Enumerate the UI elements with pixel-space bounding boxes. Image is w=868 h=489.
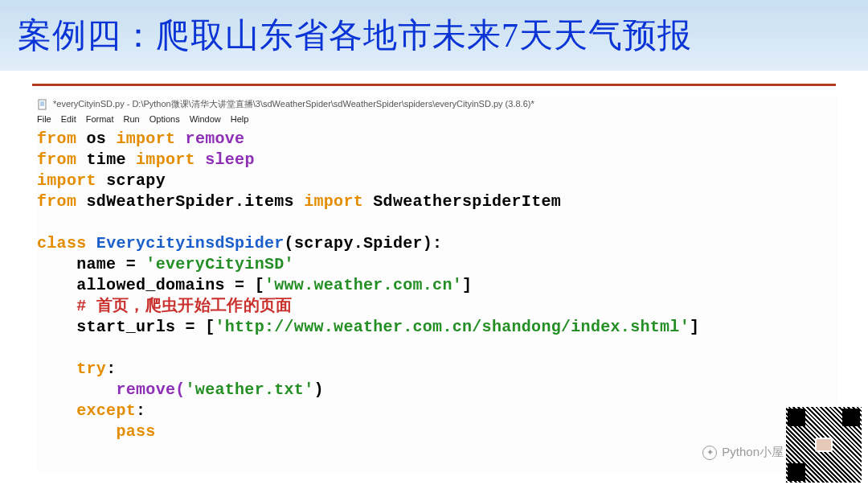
colon: :: [106, 360, 116, 378]
keyword-import: import: [304, 192, 363, 211]
keyword-except: except: [76, 401, 136, 420]
bracket-close: ]: [690, 318, 699, 336]
function-call: remove(: [116, 380, 185, 399]
menu-help[interactable]: Help: [231, 114, 249, 124]
window-titlebar: *everyCityinSD.py - D:\Python微课\清华大讲堂直播\…: [37, 97, 837, 112]
assign: name =: [76, 255, 145, 273]
class-args: (scrapy.Spider):: [285, 234, 443, 253]
separator-line: [32, 84, 836, 86]
module-name: os: [87, 129, 107, 148]
watermark: ✦ Python小屋: [702, 445, 784, 460]
menu-options[interactable]: Options: [149, 114, 180, 124]
slide-title: 案例四：爬取山东省各地市未来7天天气预报: [18, 13, 692, 58]
keyword-class: class: [37, 234, 87, 253]
editor-window: *everyCityinSD.py - D:\Python微课\清华大讲堂直播\…: [37, 97, 837, 471]
string-literal: 'http://www.weather.com.cn/shandong/inde…: [215, 318, 690, 336]
window-title-text: *everyCityinSD.py - D:\Python微课\清华大讲堂直播\…: [53, 98, 534, 110]
string-literal: 'www.weather.com.cn': [264, 276, 462, 294]
string-literal: 'weather.txt': [186, 380, 314, 399]
assign: start_urls = [: [76, 318, 215, 336]
menu-format[interactable]: Format: [86, 114, 114, 124]
string-literal: 'everyCityinSD': [145, 255, 294, 273]
keyword-from: from: [37, 129, 76, 148]
slide-title-bar: 案例四：爬取山东省各地市未来7天天气预报: [0, 0, 868, 71]
keyword-from: from: [37, 192, 76, 211]
module-name: scrapy: [106, 171, 166, 190]
comment: # 首页，爬虫开始工作的页面: [76, 297, 292, 315]
class-name: EverycityinsdSpider: [96, 234, 285, 253]
keyword-import: import: [116, 129, 175, 148]
wechat-icon: ✦: [702, 446, 717, 460]
menu-edit[interactable]: Edit: [61, 114, 76, 124]
keyword-pass: pass: [116, 422, 155, 441]
keyword-import: import: [37, 171, 96, 190]
bracket-close: ]: [462, 276, 472, 294]
menu-bar[interactable]: File Edit Format Run Options Window Help: [37, 112, 837, 127]
menu-window[interactable]: Window: [190, 114, 221, 124]
watermark-text: Python小屋: [722, 445, 784, 460]
import-name: SdweatherspiderItem: [373, 192, 561, 211]
module-name: sdWeatherSpider.items: [87, 192, 294, 211]
paren-close: ): [313, 380, 323, 399]
module-name: time: [87, 150, 126, 169]
menu-run[interactable]: Run: [124, 114, 140, 124]
svg-rect-0: [39, 100, 46, 109]
keyword-from: from: [37, 150, 76, 169]
import-name: sleep: [205, 150, 255, 169]
qr-code: [786, 407, 862, 483]
qr-center-logo: [815, 438, 833, 452]
python-file-icon: [37, 99, 48, 110]
code-editor[interactable]: from os import remove from time import s…: [37, 127, 837, 442]
colon: :: [136, 401, 145, 420]
assign: allowed_domains = [: [76, 276, 264, 294]
keyword-try: try: [76, 360, 106, 378]
menu-file[interactable]: File: [37, 114, 51, 124]
keyword-import: import: [136, 150, 195, 169]
import-name: remove: [186, 129, 245, 148]
